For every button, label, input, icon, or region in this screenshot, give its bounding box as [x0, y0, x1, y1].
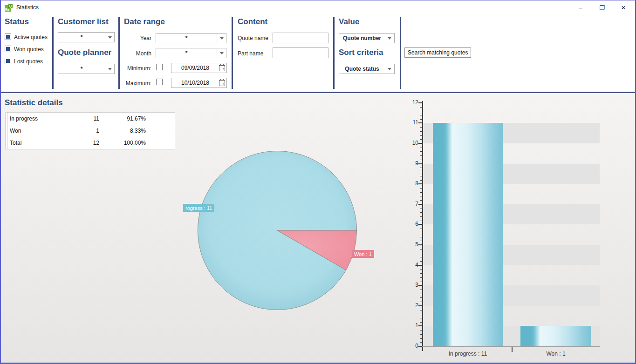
month-dropdown[interactable]: *	[156, 48, 226, 58]
chevron-down-icon	[105, 64, 114, 74]
maximum-label: Maximum:	[124, 80, 151, 87]
y-tick-label: 9	[403, 160, 418, 167]
check-mark	[6, 59, 10, 63]
statistic-details-title: Statistic details	[5, 98, 63, 108]
table-row: In progress 11 91.67%	[6, 113, 175, 125]
chevron-down-icon	[105, 33, 114, 42]
y-tick-minor	[420, 200, 422, 201]
quote-name-label: Quote name	[238, 35, 268, 41]
y-tick-minor	[420, 302, 422, 302]
sort-criteria-dropdown[interactable]: Quote status	[339, 64, 395, 74]
quote-planner-dropdown[interactable]: *	[58, 64, 115, 74]
app-icon: Ra Q	[5, 4, 13, 12]
y-tick-major	[418, 163, 422, 164]
y-tick-major	[418, 305, 422, 306]
x-category-label: Won : 1	[520, 351, 591, 357]
check-mark	[6, 47, 10, 51]
close-button[interactable]: ✕	[613, 0, 634, 14]
app-icon-q: Q	[8, 4, 13, 8]
y-tick-minor	[420, 188, 422, 189]
bar-won-1	[520, 326, 591, 346]
y-tick-minor	[420, 172, 422, 172]
y-tick-major	[418, 183, 422, 184]
chevron-down-icon	[217, 48, 226, 58]
y-tick-minor	[420, 216, 422, 217]
y-tick-minor	[420, 314, 422, 314]
y-tick-label: 7	[403, 201, 418, 207]
title-bar[interactable]: Ra Q Statistics – ❐ ✕	[1, 0, 635, 14]
quote-name-input[interactable]	[273, 33, 328, 43]
year-dropdown[interactable]: *	[156, 33, 226, 43]
y-tick-minor	[420, 139, 422, 140]
y-tick-major	[418, 346, 422, 347]
y-tick-minor	[420, 334, 422, 335]
divider	[400, 17, 401, 89]
y-tick-minor	[420, 294, 422, 294]
y-axis	[422, 101, 423, 351]
y-tick-minor	[420, 322, 422, 323]
minimize-button[interactable]: –	[570, 0, 591, 14]
y-tick-minor	[420, 180, 422, 181]
y-tick-major	[418, 143, 422, 144]
won-quotes-checkbox[interactable]	[5, 46, 11, 52]
minimum-date-picker[interactable]: 09/09/2018 7	[171, 63, 227, 73]
y-tick-label: 11	[403, 119, 418, 126]
y-tick-label: 6	[403, 221, 418, 227]
y-tick-label: 1	[403, 322, 418, 329]
y-tick-major	[418, 224, 422, 225]
pie-label-won: Won : 1	[352, 250, 374, 258]
x-category-label: In progress : 11	[433, 351, 503, 357]
value-dropdown[interactable]: Quote number	[339, 33, 395, 43]
quote-planner-section-title: Quote planner	[58, 48, 111, 57]
pie-label-in-progress: rogress : 11	[183, 204, 214, 212]
y-tick-minor	[420, 168, 422, 168]
maximum-date-checkbox[interactable]	[156, 79, 163, 85]
y-tick-label: 10	[403, 140, 418, 146]
calendar-icon[interactable]: 7	[219, 65, 225, 71]
y-tick-major	[418, 265, 422, 266]
y-tick-minor	[420, 209, 422, 209]
maximize-button[interactable]: ❐	[591, 0, 613, 14]
y-tick-label: 3	[403, 282, 418, 288]
pie-slices	[198, 151, 357, 310]
divider	[232, 17, 233, 89]
chevron-down-icon	[385, 34, 394, 43]
year-label: Year	[124, 35, 151, 41]
y-tick-minor	[420, 282, 422, 282]
maximum-date-picker[interactable]: 10/10/2018 7	[171, 78, 227, 88]
y-tick-minor	[420, 273, 422, 274]
table-row: Won 1 8.33%	[6, 125, 175, 137]
value-section-title: Value	[339, 17, 359, 27]
minimum-date-checkbox[interactable]	[156, 64, 163, 70]
minimum-label: Minimum:	[124, 65, 151, 72]
y-tick-minor	[420, 148, 422, 148]
active-quotes-checkbox[interactable]	[5, 34, 11, 40]
part-name-input[interactable]	[273, 47, 328, 58]
active-quotes-label: Active quotes	[14, 34, 48, 40]
y-tick-label: 5	[403, 241, 418, 248]
pie-chart	[197, 150, 357, 310]
y-tick-major	[418, 325, 422, 326]
y-tick-minor	[420, 261, 422, 262]
part-name-label: Part name	[238, 50, 263, 57]
y-tick-minor	[420, 269, 422, 270]
customer-list-dropdown[interactable]: *	[58, 32, 115, 42]
y-tick-minor	[420, 237, 422, 237]
won-quotes-label: Won quotes	[14, 46, 44, 53]
y-tick-minor	[420, 127, 422, 128]
chevron-down-icon	[385, 64, 394, 74]
y-tick-minor	[420, 241, 422, 241]
y-tick-minor	[420, 176, 422, 176]
y-tick-minor	[420, 119, 422, 120]
filter-panel: Status Active quotes Won quotes Lost quo…	[1, 14, 635, 92]
y-tick-minor	[420, 330, 422, 330]
date-range-section-title: Date range	[124, 17, 165, 27]
search-matching-quotes-button[interactable]: Search matching quotes	[404, 47, 471, 58]
statistics-table: In progress 11 91.67% Won 1 8.33% Total …	[6, 112, 175, 149]
y-tick-minor	[420, 342, 422, 343]
y-tick-major	[418, 122, 422, 123]
y-tick-minor	[420, 253, 422, 253]
sort-criteria-section-title: Sort criteria	[339, 48, 383, 57]
lost-quotes-checkbox[interactable]	[5, 58, 11, 64]
calendar-icon[interactable]: 7	[219, 80, 225, 86]
